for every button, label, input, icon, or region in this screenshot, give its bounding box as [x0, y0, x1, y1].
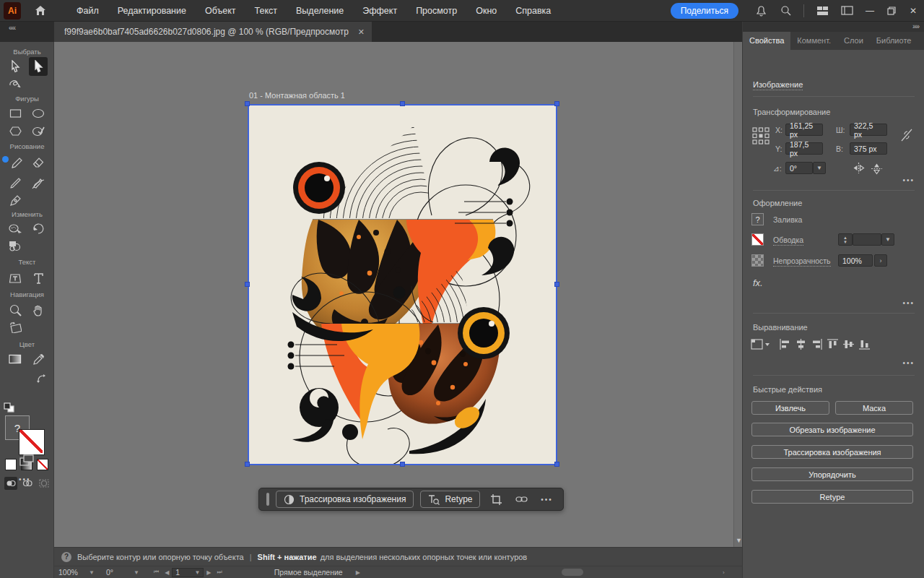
tab-libraries[interactable]: Библиоте	[870, 32, 918, 50]
selection-handle-e[interactable]	[554, 282, 559, 287]
opacity-label[interactable]: Непрозрачность	[773, 256, 831, 267]
rectangle-tool[interactable]	[6, 104, 25, 123]
document-tab[interactable]: f99f9ae6b0baf7405ad6626b027d0806.jpg @ 1…	[54, 22, 372, 42]
app-logo-icon[interactable]: Ai	[4, 2, 21, 20]
width-input[interactable]: 322,5 px	[850, 124, 887, 136]
opacity-expand-button[interactable]: ›	[874, 254, 887, 267]
shape-builder-tool[interactable]	[6, 236, 25, 255]
artboard-tool[interactable]	[17, 451, 36, 470]
draw-inside-mode-button[interactable]	[38, 477, 51, 490]
artboard-label[interactable]: 01 - Монтажная область 1	[249, 91, 345, 100]
extract-button[interactable]: Извлечь	[751, 401, 829, 415]
curvature-pen-tool[interactable]	[29, 173, 48, 192]
scroll-down-icon[interactable]: ▼	[736, 537, 742, 544]
stroke-weight-dropdown[interactable]: ▼	[881, 233, 894, 246]
tab-comments[interactable]: Коммент.	[790, 32, 837, 50]
color-swatch-none[interactable]	[37, 459, 48, 470]
object-type-label[interactable]: Изображение	[753, 80, 803, 90]
menu-edit[interactable]: Редактирование	[108, 0, 196, 22]
tab-layers[interactable]: Слои	[837, 32, 870, 50]
rotation-select[interactable]: 0°▼	[102, 568, 144, 577]
direct-selection-tool[interactable]	[29, 57, 48, 76]
paintbrush-tool[interactable]	[6, 173, 25, 192]
workspace-switcher-icon[interactable]	[837, 3, 857, 19]
zoom-level-select[interactable]: 100%▼	[54, 568, 99, 577]
fill-label[interactable]: Заливка	[773, 215, 802, 224]
close-button[interactable]: ✕	[904, 3, 923, 19]
previous-artboard-icon[interactable]: ◀	[162, 569, 172, 576]
draw-normal-mode-button[interactable]	[4, 477, 17, 490]
selection-handle-s[interactable]	[400, 462, 405, 467]
align-bottom-icon[interactable]	[858, 338, 871, 350]
align-top-icon[interactable]	[827, 338, 839, 350]
x-input[interactable]: 161,25 px	[785, 124, 823, 136]
flip-horizontal-icon[interactable]	[853, 163, 865, 173]
selection-handle-ne[interactable]	[554, 101, 559, 106]
link-icon[interactable]	[512, 491, 531, 508]
undo-rotate-tool[interactable]	[29, 220, 48, 238]
align-right-icon[interactable]	[811, 338, 823, 350]
rotate-angle-input[interactable]: 0°	[785, 162, 813, 174]
reference-point-icon[interactable]	[751, 126, 770, 145]
retype-button[interactable]: Retype	[420, 491, 480, 508]
first-artboard-icon[interactable]: ⏮	[151, 569, 162, 576]
arrange-documents-icon[interactable]	[812, 3, 832, 19]
type-tool[interactable]	[29, 269, 48, 288]
notifications-bell-icon[interactable]	[751, 3, 771, 19]
horizontal-scrollbar-thumb[interactable]	[562, 569, 583, 576]
menu-window[interactable]: Окно	[466, 0, 506, 22]
image-trace-button[interactable]: Трассировка изображения	[276, 491, 414, 508]
transform-more-icon[interactable]: •••	[902, 176, 915, 184]
shaper-tool[interactable]	[29, 121, 48, 140]
zoom-tool[interactable]	[6, 301, 25, 319]
arrange-button[interactable]: Упорядочить	[751, 467, 913, 481]
rotate-view-tool[interactable]	[6, 318, 25, 337]
align-left-icon[interactable]	[779, 338, 791, 350]
magic-wand-tool[interactable]	[6, 75, 25, 94]
align-more-icon[interactable]: •••	[902, 359, 915, 367]
restore-button[interactable]	[882, 3, 901, 19]
fx-button[interactable]: fx.	[753, 277, 763, 288]
toolbar-collapse-icon[interactable]: ««	[9, 24, 15, 32]
stroke-weight-stepper[interactable]: ▲▼	[838, 233, 853, 246]
menu-type[interactable]: Текст	[245, 0, 287, 22]
flip-vertical-icon[interactable]	[871, 163, 882, 175]
stroke-weight-input[interactable]	[853, 233, 881, 246]
align-horizontal-center-icon[interactable]	[795, 338, 807, 350]
y-input[interactable]: 187,5 px	[785, 142, 823, 155]
height-input[interactable]: 375 px	[850, 142, 887, 155]
swap-fill-stroke-icon[interactable]	[36, 374, 48, 384]
pen-tool[interactable]	[6, 191, 25, 210]
selection-handle-n[interactable]	[400, 101, 405, 106]
opacity-swatch[interactable]	[751, 254, 764, 267]
menu-object[interactable]: Объект	[196, 0, 245, 22]
color-swatch-white[interactable]	[5, 459, 17, 470]
polygon-tool[interactable]	[6, 121, 25, 140]
artboard-number-select[interactable]: 1▼	[172, 568, 204, 577]
touch-type-tool[interactable]	[6, 269, 25, 288]
selection-handle-sw[interactable]	[245, 462, 250, 467]
appearance-more-icon[interactable]: •••	[902, 299, 915, 307]
selection-handle-w[interactable]	[245, 282, 250, 287]
vertical-scrollbar[interactable]: ▼	[733, 42, 742, 547]
search-icon[interactable]	[775, 3, 796, 19]
menu-select[interactable]: Выделение	[287, 0, 353, 22]
fill-swatch[interactable]: ?	[751, 213, 764, 225]
menu-help[interactable]: Справка	[506, 0, 560, 22]
menu-effect[interactable]: Эффект	[353, 0, 406, 22]
align-vertical-center-icon[interactable]	[842, 338, 855, 350]
selection-tool[interactable]	[6, 57, 25, 76]
mask-button[interactable]: Маска	[835, 401, 913, 415]
selection-handle-nw[interactable]	[245, 101, 250, 106]
next-artboard-icon[interactable]: ▶	[204, 569, 214, 576]
tab-close-icon[interactable]: ✕	[351, 27, 365, 37]
image-trace-quick-button[interactable]: Трассировка изображения	[751, 445, 913, 459]
ellipse-tool[interactable]	[29, 104, 48, 123]
stroke-label[interactable]: Обводка	[773, 236, 803, 246]
eyedropper-tool[interactable]	[29, 350, 48, 368]
menu-view[interactable]: Просмотр	[406, 0, 466, 22]
crop-image-button[interactable]: Обрезать изображение	[751, 423, 913, 436]
scroll-right-icon[interactable]: ›	[720, 569, 728, 576]
menu-file[interactable]: Файл	[67, 0, 108, 22]
share-button[interactable]: Поделиться	[671, 3, 738, 19]
